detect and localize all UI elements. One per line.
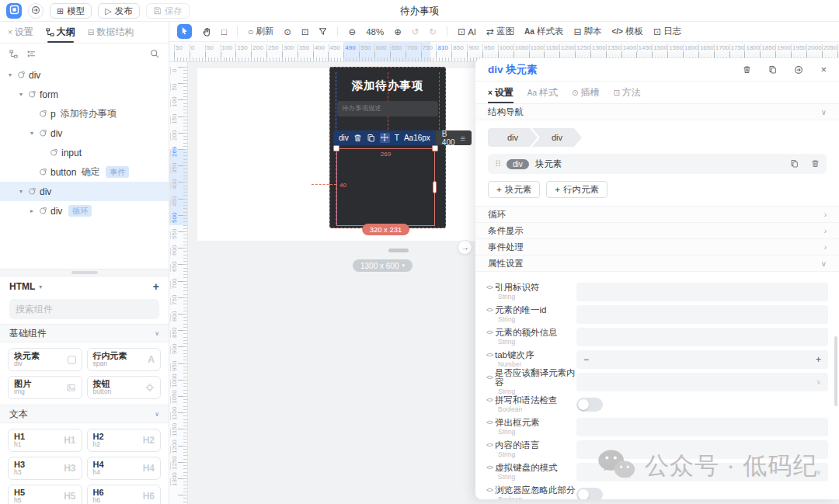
template-button[interactable]: </>模板 [611,26,642,37]
plus-icon[interactable]: + [816,354,821,365]
tree-view-icon[interactable] [9,50,18,58]
font-weight-button[interactable]: B 400 [442,130,455,147]
tab-settings[interactable]: ×设置 [8,22,33,43]
section-structure-nav[interactable]: 结构导航∨ [475,104,839,120]
tree-node-div[interactable]: ▾div [0,123,169,143]
component-card-div[interactable]: 块元素div [8,348,82,371]
property-stepper[interactable]: −+ [576,350,828,369]
property-input[interactable] [576,283,828,301]
property-input[interactable] [576,418,828,436]
property-input[interactable] [576,328,828,346]
resize-handle[interactable] [433,181,437,193]
inspector-tab-1[interactable]: ×设置 [488,82,513,103]
component-card-h3[interactable]: H3h3H3 [8,457,82,480]
tab-data-structure[interactable]: ⊟数据结构 [88,22,134,43]
library-group-select[interactable]: HTML [9,281,35,292]
zoom-in-button[interactable]: ⊕ [394,26,402,37]
component-card-h5[interactable]: H5h5H5 [8,485,82,504]
component-card-h2[interactable]: H2h2H2 [87,429,162,452]
property-select[interactable]: ∨ [576,373,828,391]
cursor-tool-button[interactable] [177,24,192,39]
trash-icon[interactable] [811,157,820,171]
search-components-input[interactable]: 搜索组件 [9,299,159,319]
delete-element-icon[interactable] [743,65,751,74]
scrollbar-thumb[interactable] [834,336,837,406]
copy-icon[interactable] [367,134,375,142]
property-input[interactable] [576,440,828,459]
zoom-level[interactable]: 48% [366,27,384,36]
section-row[interactable]: 属性设置∨ [475,255,839,272]
panel-splitter[interactable] [0,269,169,276]
breadcrumb-item[interactable]: div [488,128,538,147]
settings-tool-icon[interactable]: ⊙ [284,26,291,37]
tree-node-button[interactable]: button确定事件 [0,162,169,182]
property-toggle[interactable] [576,398,603,412]
tree-node-div[interactable]: ▾div [0,65,169,85]
component-card-h4[interactable]: H4h4H4 [87,457,162,480]
section-row[interactable]: 条件显示› [475,223,839,239]
locate-element-icon[interactable] [794,65,803,75]
ai-button[interactable]: ⊡AI [458,27,476,36]
inspector-tab-3[interactable]: ⊙插槽 [572,82,599,103]
expand-arrow-icon[interactable]: ▸ [28,207,36,214]
library-section-header[interactable]: 文本∨ [0,405,169,423]
copy-icon[interactable] [790,157,799,171]
component-card-button[interactable]: 按钮button [87,376,162,399]
undo-button[interactable]: ↺ [412,26,420,37]
tree-node-p[interactable]: p添加待办事项 [0,104,169,123]
property-select[interactable]: ∨ [576,463,828,481]
zoom-out-button[interactable]: ⊖ [348,26,356,37]
inspector-tab-4[interactable]: ⊡方法 [613,82,640,103]
breadcrumb-item[interactable]: div [532,128,582,147]
artboard-drag-handle[interactable] [388,249,409,252]
close-icon[interactable]: × [820,64,827,75]
stage-input[interactable]: 待办事项描述 [337,101,438,116]
add-button[interactable]: +行内元素 [546,181,607,198]
library-section-header[interactable]: 基础组件∨ [0,324,169,342]
property-toggle[interactable] [576,488,603,500]
stage-heading[interactable]: 添加待办事项 [330,78,445,93]
resize-handle[interactable] [333,145,339,151]
resize-handle[interactable] [432,145,438,151]
script-button[interactable]: ⊟脚本 [573,26,601,37]
expand-arrow-icon[interactable]: ▾ [6,71,14,78]
artboard-size-selector[interactable]: 1300 x 600▾ [353,259,413,272]
element-row[interactable]: ⠿ div 块元素 [488,154,827,174]
tree-node-input[interactable]: input [0,143,169,162]
font-size-button[interactable]: Aa16px [404,134,430,142]
trash-icon[interactable] [353,134,362,142]
text-tool-button[interactable]: T [395,134,399,142]
add-button[interactable]: +块元素 [488,181,540,198]
tree-node-div[interactable]: ▸div循环 [0,201,169,221]
expand-arrow-icon[interactable]: ▾ [17,188,25,195]
collapse-list-icon[interactable] [27,50,36,58]
duplicate-element-icon[interactable] [768,65,777,74]
section-row[interactable]: 循环› [475,207,839,223]
expand-arrow-icon[interactable]: ▾ [28,130,36,137]
redo-button[interactable]: ↻ [429,26,437,37]
refresh-button[interactable]: ○刷新 [248,26,273,37]
add-library-button[interactable]: + [153,280,159,293]
inspector-tab-2[interactable]: Aa样式 [527,82,558,103]
filter-tool-icon[interactable] [319,27,327,36]
stylesheet-button[interactable]: Aa样式表 [524,26,563,37]
selected-element[interactable]: 269 40 320 x 231 [336,148,435,226]
search-icon[interactable] [150,49,159,58]
hand-tool-button[interactable] [202,27,211,36]
component-card-h6[interactable]: H6h6H6 [87,485,162,504]
align-icon[interactable]: ≡ [461,134,465,143]
log-button[interactable]: ⊡日志 [653,26,681,37]
tree-node-div[interactable]: ▾div [0,182,169,201]
blueprint-button[interactable]: ⇄蓝图 [486,26,514,37]
component-card-img[interactable]: 图片img [8,376,82,399]
component-card-span[interactable]: 行内元素spanA [87,348,162,371]
component-card-h1[interactable]: H1h1H1 [8,429,82,452]
page-frame[interactable]: 添加待办事项 待办事项描述 div T Aa16px B 400 [329,67,446,228]
property-input[interactable] [576,305,828,324]
section-row[interactable]: 事件处理› [475,239,839,255]
expand-arrow-icon[interactable]: ▾ [17,91,25,98]
frame-tool-button[interactable]: □ [221,27,227,36]
tab-outline[interactable]: 大纲 [46,22,75,43]
drag-handle-icon[interactable]: ⠿ [495,159,500,169]
panel-collapse-button[interactable]: → [458,240,472,255]
